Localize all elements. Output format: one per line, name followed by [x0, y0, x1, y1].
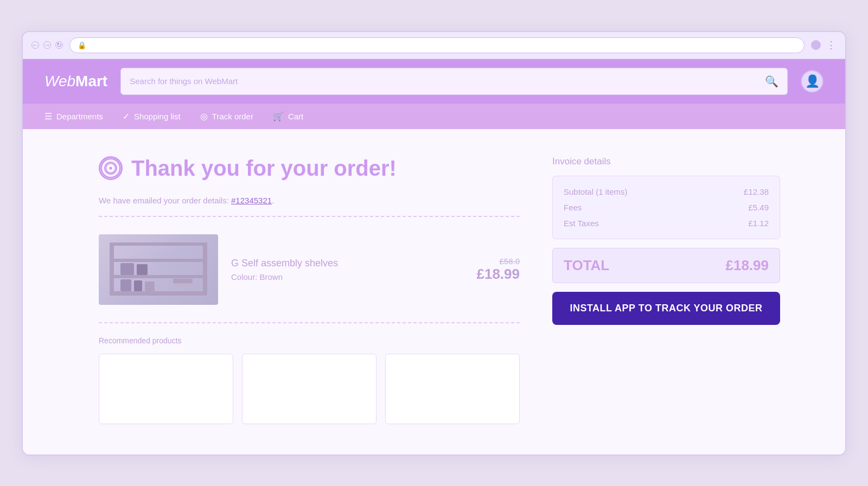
svg-rect-15 [173, 279, 193, 283]
app-header: WebMart Search for things on WebMart 🔍 👤 [23, 59, 845, 104]
item-details: G Self assembly shelves Colour: Brown [231, 258, 463, 282]
svg-rect-12 [120, 263, 134, 275]
left-column: Thank you for your order! We have emaile… [99, 156, 520, 424]
order-item: G Self assembly shelves Colour: Brown £5… [99, 226, 520, 314]
browser-menu-icons: ⋮ [811, 39, 837, 51]
app-nav: ☰ Departments ✓ Shopping list ◎ Track or… [23, 104, 845, 129]
invoice-subtotal: Subtotal (1 items) £12.38 [564, 187, 769, 196]
fees-label: Fees [564, 203, 582, 212]
divider-bottom [99, 322, 520, 323]
taxes-label: Est Taxes [564, 219, 599, 228]
fees-value: £5.49 [748, 203, 769, 212]
shelves-svg [104, 237, 213, 302]
taxes-value: £1.12 [748, 219, 769, 228]
nav-shopping-list[interactable]: ✓ Shopping list [123, 111, 181, 122]
address-bar[interactable]: 🔒 [69, 37, 805, 53]
item-price: £18.99 [476, 266, 520, 282]
thank-you-title: Thank you for your order! [131, 156, 397, 181]
forward-button[interactable]: → [43, 41, 51, 49]
user-avatar[interactable]: 👤 [801, 70, 824, 93]
refresh-button[interactable]: ↻ [55, 41, 63, 49]
cart-icon: 🛒 [273, 111, 284, 122]
item-price-block: £58.0 £18.99 [476, 257, 520, 283]
email-text-prefix: We have emailed your order details: [99, 196, 231, 205]
subtotal-label: Subtotal (1 items) [564, 187, 628, 196]
search-icon[interactable]: 🔍 [765, 75, 778, 88]
back-button[interactable]: ← [31, 41, 39, 49]
nav-cart[interactable]: 🛒 Cart [273, 111, 303, 122]
item-name: G Self assembly shelves [231, 258, 463, 269]
install-app-button[interactable]: INSTALL APP TO TRACK YOUR ORDER [552, 292, 780, 325]
app-logo: WebMart [44, 73, 107, 90]
track-order-label: Track order [212, 112, 253, 121]
user-icon: 👤 [805, 74, 820, 88]
divider-top [99, 216, 520, 217]
order-email-text: We have emailed your order details: #123… [99, 196, 520, 205]
item-image-inner [99, 234, 218, 305]
svg-rect-4 [110, 275, 207, 278]
rec-card-3[interactable] [385, 354, 520, 424]
nav-departments[interactable]: ☰ Departments [44, 111, 103, 122]
svg-rect-8 [203, 242, 207, 296]
item-original-price: £58.0 [476, 257, 520, 266]
svg-rect-7 [110, 242, 114, 296]
svg-point-1 [106, 163, 115, 172]
invoice-title: Invoice details [552, 156, 780, 167]
departments-label: Departments [56, 112, 103, 121]
subtotal-value: £12.38 [744, 187, 769, 196]
browser-toolbar: ← → ↻ 🔒 ⋮ [23, 32, 845, 59]
nav-track-order[interactable]: ◎ Track order [200, 111, 253, 122]
invoice-total-row: TOTAL £18.99 [552, 248, 780, 283]
svg-point-0 [101, 159, 120, 178]
track-order-icon: ◎ [200, 111, 208, 122]
lock-icon: 🔒 [78, 41, 86, 49]
cart-label: Cart [288, 112, 303, 121]
thank-you-icon [99, 156, 123, 180]
svg-point-2 [109, 167, 112, 169]
item-image [99, 234, 218, 305]
rec-card-2[interactable] [242, 354, 376, 424]
svg-rect-3 [110, 291, 207, 296]
thank-you-section: Thank you for your order! We have emaile… [99, 156, 780, 424]
main-content: Thank you for your order! We have emaile… [23, 129, 845, 455]
recommended-title: Recommended products [99, 336, 520, 345]
order-number-link[interactable]: #12345321 [231, 196, 272, 205]
item-colour: Colour: Brown [231, 272, 463, 282]
right-column: Invoice details Subtotal (1 items) £12.3… [552, 156, 780, 424]
logo-web: Web [44, 73, 75, 89]
browser-nav-buttons: ← → ↻ [31, 41, 63, 49]
shopping-list-label: Shopping list [134, 112, 181, 121]
invoice-fees: Fees £5.49 [564, 203, 769, 212]
svg-rect-5 [110, 259, 207, 262]
svg-rect-11 [145, 282, 155, 291]
invoice-taxes: Est Taxes £1.12 [564, 219, 769, 228]
recommended-grid [99, 354, 520, 424]
email-text-suffix: . [272, 196, 274, 205]
search-placeholder: Search for things on WebMart [130, 76, 238, 86]
total-label: TOTAL [564, 257, 609, 274]
rec-card-1[interactable] [99, 354, 233, 424]
browser-menu-dots[interactable]: ⋮ [826, 39, 837, 51]
svg-rect-9 [120, 279, 131, 291]
svg-rect-6 [110, 242, 207, 246]
shopping-list-icon: ✓ [123, 111, 130, 122]
svg-rect-13 [137, 264, 148, 275]
search-bar[interactable]: Search for things on WebMart 🔍 [120, 68, 788, 95]
total-value: £18.99 [725, 257, 769, 274]
invoice-box: Subtotal (1 items) £12.38 Fees £5.49 Est… [552, 176, 780, 239]
svg-rect-10 [134, 280, 142, 291]
thank-you-heading: Thank you for your order! [99, 156, 520, 181]
browser-profile-icon[interactable] [811, 40, 821, 50]
logo-mart: Mart [75, 73, 107, 89]
departments-icon: ☰ [44, 111, 52, 122]
recommended-section: Recommended products [99, 336, 520, 424]
browser-window: ← → ↻ 🔒 ⋮ WebMart Search for things on W… [22, 31, 846, 456]
